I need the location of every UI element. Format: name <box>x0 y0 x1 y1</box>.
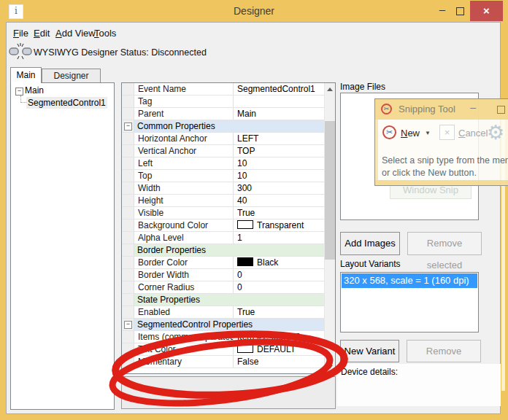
property-value[interactable]: 10 <box>234 170 324 182</box>
property-row[interactable]: Background ColorTransparent <box>122 219 324 232</box>
property-value[interactable]: 0 <box>234 269 324 281</box>
tree-item-segmentedcontrol1[interactable]: SegmentedControl1 <box>26 97 107 109</box>
designer-status-text: WYSIWYG Designer Status: Disconnected <box>34 47 207 58</box>
row-margin <box>122 232 134 244</box>
row-margin: − <box>122 120 134 132</box>
property-description-panel <box>121 376 336 409</box>
property-row[interactable]: Event NameSegmentedControl1 <box>122 83 324 96</box>
scroll-down-icon[interactable] <box>327 365 333 369</box>
scroll-up-icon[interactable] <box>327 88 333 91</box>
snip-new-button[interactable]: New <box>401 128 420 139</box>
property-row[interactable]: Corner Radius0 <box>122 281 324 294</box>
add-images-button[interactable]: Add Images <box>340 232 400 255</box>
property-value[interactable]: TOP <box>234 145 324 157</box>
snip-maximize-button[interactable] <box>497 106 505 114</box>
property-row[interactable]: Height40 <box>122 195 324 207</box>
property-label: Left <box>134 158 234 169</box>
property-row[interactable]: Left10 <box>122 158 324 170</box>
snip-cancel-button[interactable]: Cancel <box>458 128 488 139</box>
property-value[interactable]: 1 <box>234 232 324 244</box>
property-row[interactable]: Top10 <box>122 170 324 182</box>
row-margin <box>122 306 134 318</box>
property-row[interactable]: Vertical AnchorTOP <box>122 145 324 158</box>
property-label: Visible <box>134 207 234 219</box>
property-label: Top <box>134 170 234 182</box>
property-label: Momentary <box>134 356 234 368</box>
property-row[interactable]: ParentMain <box>122 108 324 120</box>
property-row[interactable]: Border ColorBlack <box>122 257 324 269</box>
property-value[interactable]: False <box>234 356 324 368</box>
property-row[interactable]: EnabledTrue <box>122 306 324 319</box>
property-rows: Event NameSegmentedControl1TagParentMain… <box>122 83 324 368</box>
scrollbar-thumb[interactable] <box>325 121 335 260</box>
property-value[interactable]: Item #1, Item #2 <box>234 331 324 343</box>
snip-hint-line1: Select a snip type from the menu <box>382 155 508 166</box>
property-value[interactable]: 0 <box>234 281 324 293</box>
close-button[interactable]: × <box>470 1 503 21</box>
grid-scrollbar[interactable] <box>324 83 335 373</box>
row-margin: − <box>122 319 134 330</box>
snip-new-dropdown-icon[interactable]: ▼ <box>425 130 431 136</box>
menu-file[interactable]: File <box>10 26 31 40</box>
row-margin <box>122 108 134 120</box>
snip-options-gear-icon[interactable]: ⚙ <box>487 121 504 144</box>
property-value[interactable]: Transparent <box>234 219 324 231</box>
property-value[interactable]: Main <box>234 108 324 120</box>
color-swatch <box>237 257 253 266</box>
property-label: Enabled <box>134 306 234 318</box>
property-value[interactable] <box>234 96 324 107</box>
layout-variant-item[interactable]: 320 x 568, scale = 1 (160 dpi) <box>342 273 477 288</box>
tab-main[interactable]: Main <box>10 67 42 83</box>
property-row[interactable]: VisibleTrue <box>122 207 324 219</box>
property-row[interactable]: MomentaryFalse <box>122 356 324 368</box>
property-category-row[interactable]: Border Properties <box>122 244 324 257</box>
snip-minimize-button[interactable]: – <box>470 101 476 113</box>
menu-tools[interactable]: Tools <box>91 26 119 40</box>
property-row[interactable]: Width300 <box>122 182 324 195</box>
tree-connector-line <box>20 96 26 103</box>
category-label: Border Properties <box>134 244 324 256</box>
category-label: Common Properties <box>134 120 324 132</box>
color-swatch <box>237 344 253 353</box>
layout-variants-listbox[interactable]: 320 x 568, scale = 1 (160 dpi) <box>340 272 479 332</box>
property-row[interactable]: Tint ColorDEFAULT <box>122 343 324 356</box>
property-category-row[interactable]: State Properties <box>122 294 324 306</box>
property-label: Event Name <box>134 83 234 95</box>
row-margin <box>122 269 134 281</box>
property-value[interactable]: LEFT <box>234 133 324 144</box>
remove-selected-images-button[interactable]: Remove selected <box>407 232 482 255</box>
property-value[interactable]: Black <box>234 257 324 268</box>
remove-selected-variant-button[interactable]: Remove selected <box>407 340 481 362</box>
property-category-row[interactable]: −SegmentedControl Properties <box>122 319 324 331</box>
property-row[interactable]: Tag <box>122 96 324 108</box>
property-value[interactable]: 300 <box>234 182 324 194</box>
row-margin <box>122 207 134 219</box>
property-value[interactable]: True <box>234 207 324 219</box>
property-row[interactable]: Horizontal AnchorLEFT <box>122 133 324 145</box>
property-value[interactable]: 10 <box>234 158 324 169</box>
property-row[interactable]: Alpha Level1 <box>122 232 324 244</box>
property-row[interactable]: Items (comma separated ...Item #1, Item … <box>122 331 324 343</box>
tree-item-main[interactable]: Main <box>25 85 44 96</box>
property-value[interactable]: SegmentedControl1 <box>234 83 324 95</box>
snipping-tool-window: ✂ Snipping Tool – ✂ New ▼ × Cancel ⚙ Sel… <box>374 98 508 186</box>
maximize-button[interactable] <box>451 1 469 20</box>
property-category-row[interactable]: −Common Properties <box>122 120 324 133</box>
new-variant-button[interactable]: New Variant <box>340 340 399 362</box>
property-value[interactable]: True <box>234 306 324 318</box>
menu-edit[interactable]: Edit <box>31 26 53 40</box>
property-row[interactable]: Border Width0 <box>122 269 324 281</box>
image-files-label: Image Files <box>340 82 385 92</box>
row-margin <box>122 219 134 231</box>
collapse-toggle-icon[interactable]: − <box>124 122 132 131</box>
property-value[interactable]: DEFAULT <box>234 343 324 355</box>
snip-left-border <box>375 120 378 180</box>
tree-collapse-icon[interactable]: − <box>15 88 23 96</box>
minimize-button[interactable]: – <box>434 1 451 20</box>
tab-designer-scripts[interactable]: Designer Scripts <box>42 69 101 83</box>
property-label: Border Color <box>134 257 234 268</box>
property-value[interactable]: 40 <box>234 195 324 206</box>
row-margin <box>122 281 134 293</box>
collapse-toggle-icon[interactable]: − <box>124 321 132 329</box>
row-margin <box>122 195 134 206</box>
